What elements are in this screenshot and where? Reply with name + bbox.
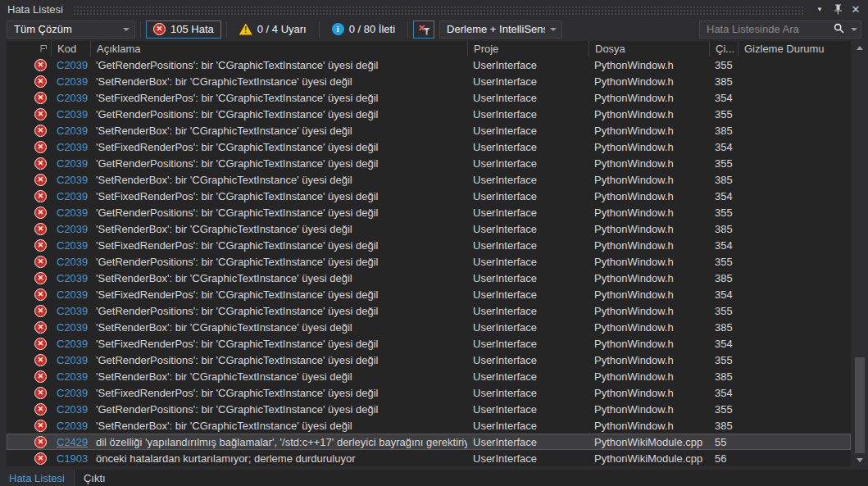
source-dropdown-value: Derleme + IntelliSense bbox=[447, 23, 545, 35]
error-code-link[interactable]: C2039 bbox=[57, 125, 88, 137]
error-code-link[interactable]: C2039 bbox=[57, 420, 88, 432]
error-code-link[interactable]: C2039 bbox=[57, 354, 88, 366]
messages-filter-button[interactable]: i 0 / 80 İleti bbox=[325, 20, 402, 39]
table-row[interactable]: ✕C2039'GetRenderPositions': bir 'CGraphi… bbox=[7, 204, 851, 220]
error-code-link[interactable]: C2039 bbox=[57, 190, 88, 202]
window-position-icon[interactable]: ▼ bbox=[812, 2, 827, 16]
error-description: 'SetRenderBox': bir 'CGraphicTextInstanc… bbox=[90, 321, 467, 334]
error-code-link[interactable]: C2039 bbox=[57, 403, 88, 416]
error-code-link[interactable]: C2039 bbox=[57, 387, 88, 399]
error-icon: ✕ bbox=[34, 125, 47, 137]
search-options-chevron-icon[interactable] bbox=[851, 28, 857, 31]
clear-filters-button[interactable]: ✕ bbox=[413, 20, 434, 39]
table-row[interactable]: ✕C2039'GetRenderPositions': bir 'CGraphi… bbox=[7, 253, 851, 270]
table-row[interactable]: ✕C1903önceki hatalardan kurtarılamıyor; … bbox=[7, 450, 851, 466]
error-code-link[interactable]: C2039 bbox=[57, 157, 88, 170]
warnings-filter-button[interactable]: ! 0 / 4 Uyarı bbox=[232, 20, 314, 39]
error-line: 355 bbox=[709, 59, 738, 71]
table-row[interactable]: ✕C2039'SetRenderBox': bir 'CGraphicTextI… bbox=[7, 122, 851, 139]
search-icon[interactable] bbox=[834, 23, 844, 36]
error-code-link[interactable]: C2039 bbox=[57, 92, 88, 104]
table-row[interactable]: ✕C2039'SetRenderBox': bir 'CGraphicTextI… bbox=[7, 319, 851, 335]
vertical-scrollbar[interactable] bbox=[853, 41, 866, 466]
column-suppression[interactable]: Gizleme Durumu bbox=[738, 41, 851, 57]
error-code-link[interactable]: C2039 bbox=[57, 370, 88, 383]
titlebar-grip[interactable] bbox=[73, 6, 804, 15]
error-code-link[interactable]: C2039 bbox=[57, 305, 88, 317]
tab-cikti[interactable]: Çıktı bbox=[74, 470, 115, 486]
column-description[interactable]: Açıklama bbox=[90, 41, 467, 57]
error-description: dil özelliği 'yapılandırılmış bağlamalar… bbox=[90, 436, 467, 448]
error-project: UserInterface bbox=[467, 354, 589, 366]
error-description: 'GetRenderPositions': bir 'CGraphicTextI… bbox=[90, 256, 467, 268]
error-file: PythonWindow.h bbox=[589, 75, 709, 88]
error-file: PythonWindow.h bbox=[589, 207, 709, 219]
error-icon: ✕ bbox=[34, 354, 47, 366]
error-code-link[interactable]: C2429 bbox=[57, 436, 88, 448]
error-code-link[interactable]: C2039 bbox=[57, 338, 88, 350]
error-project: UserInterface bbox=[467, 272, 589, 284]
scroll-up-icon[interactable] bbox=[853, 41, 866, 54]
error-code-link[interactable]: C1903 bbox=[57, 452, 88, 465]
error-code-link[interactable]: C2039 bbox=[57, 256, 88, 268]
error-rows: ✕C2039'GetRenderPositions': bir 'CGraphi… bbox=[7, 57, 851, 466]
error-file: PythonWindow.h bbox=[589, 403, 709, 416]
panel-title: Hata Listesi bbox=[7, 3, 63, 16]
table-row[interactable]: ✕C2039'SetRenderBox': bir 'CGraphicTextI… bbox=[7, 73, 851, 89]
close-icon[interactable]: ✕ bbox=[848, 2, 863, 16]
error-line: 55 bbox=[709, 436, 738, 448]
table-row[interactable]: ✕C2039'GetRenderPositions': bir 'CGraphi… bbox=[7, 57, 851, 73]
table-row[interactable]: ✕C2039'SetRenderBox': bir 'CGraphicTextI… bbox=[7, 171, 851, 188]
table-row[interactable]: ✕C2039'GetRenderPositions': bir 'CGraphi… bbox=[7, 401, 851, 417]
column-file[interactable]: Dosya bbox=[589, 41, 709, 57]
error-description: 'SetFixedRenderPos': bir 'CGraphicTextIn… bbox=[90, 288, 467, 301]
error-code-link[interactable]: C2039 bbox=[57, 207, 88, 219]
source-dropdown[interactable]: Derleme + IntelliSense bbox=[439, 20, 562, 39]
error-line: 385 bbox=[709, 125, 738, 137]
error-code-link[interactable]: C2039 bbox=[57, 174, 88, 186]
search-input[interactable] bbox=[707, 23, 832, 35]
table-row[interactable]: ✕C2039'SetFixedRenderPos': bir 'CGraphic… bbox=[7, 237, 851, 253]
table-row[interactable]: ✕C2039'SetFixedRenderPos': bir 'CGraphic… bbox=[7, 188, 851, 204]
table-row[interactable]: ✕C2039'SetFixedRenderPos': bir 'CGraphic… bbox=[7, 335, 851, 352]
table-row[interactable]: ✕C2039'SetRenderBox': bir 'CGraphicTextI… bbox=[7, 220, 851, 237]
column-line[interactable]: Çi... bbox=[709, 41, 738, 57]
table-row[interactable]: ✕C2039'GetRenderPositions': bir 'CGraphi… bbox=[7, 302, 851, 319]
error-code-link[interactable]: C2039 bbox=[57, 321, 88, 334]
scope-dropdown[interactable]: Tüm Çözüm bbox=[7, 20, 135, 39]
column-severity[interactable] bbox=[7, 41, 51, 57]
error-code-link[interactable]: C2039 bbox=[57, 141, 88, 153]
table-row[interactable]: ✕C2039'SetFixedRenderPos': bir 'CGraphic… bbox=[7, 286, 851, 302]
table-row[interactable]: ✕C2039'GetRenderPositions': bir 'CGraphi… bbox=[7, 155, 851, 171]
error-code-link[interactable]: C2039 bbox=[57, 75, 88, 88]
error-description: 'GetRenderPositions': bir 'CGraphicTextI… bbox=[90, 207, 467, 219]
column-project[interactable]: Proje bbox=[467, 41, 589, 57]
table-row[interactable]: ✕C2039'SetRenderBox': bir 'CGraphicTextI… bbox=[7, 417, 851, 434]
error-project: UserInterface bbox=[467, 288, 589, 301]
table-row[interactable]: ✕C2039'GetRenderPositions': bir 'CGraphi… bbox=[7, 352, 851, 368]
toolbar-separator bbox=[319, 21, 320, 38]
errors-filter-button[interactable]: ✕ 105 Hata bbox=[146, 20, 221, 39]
error-code-link[interactable]: C2039 bbox=[57, 272, 88, 284]
error-code-link[interactable]: C2039 bbox=[57, 239, 88, 252]
scroll-down-icon[interactable] bbox=[853, 453, 866, 466]
scrollbar-thumb[interactable] bbox=[855, 357, 865, 453]
error-project: UserInterface bbox=[467, 92, 589, 104]
table-row[interactable]: ✕C2039'SetFixedRenderPos': bir 'CGraphic… bbox=[7, 384, 851, 401]
error-code-link[interactable]: C2039 bbox=[57, 108, 88, 120]
table-row[interactable]: ✕C2039'SetFixedRenderPos': bir 'CGraphic… bbox=[7, 139, 851, 155]
pin-icon[interactable] bbox=[830, 2, 845, 16]
error-code-link[interactable]: C2039 bbox=[57, 288, 88, 301]
bottom-tabbar: Hata Listesi Çıktı bbox=[0, 468, 868, 486]
column-code[interactable]: Kod bbox=[51, 41, 90, 57]
table-row[interactable]: ✕C2039'GetRenderPositions': bir 'CGraphi… bbox=[7, 106, 851, 122]
error-code-link[interactable]: C2039 bbox=[57, 223, 88, 235]
error-code-link[interactable]: C2039 bbox=[57, 59, 88, 71]
error-project: UserInterface bbox=[467, 157, 589, 170]
table-row[interactable]: ✕C2039'SetRenderBox': bir 'CGraphicTextI… bbox=[7, 368, 851, 384]
tab-hata-listesi[interactable]: Hata Listesi bbox=[0, 470, 74, 486]
table-row[interactable]: ✕C2039'SetRenderBox': bir 'CGraphicTextI… bbox=[7, 270, 851, 286]
error-project: UserInterface bbox=[467, 387, 589, 399]
table-row[interactable]: ✕C2039'SetFixedRenderPos': bir 'CGraphic… bbox=[7, 89, 851, 106]
table-row[interactable]: ✕C2429dil özelliği 'yapılandırılmış bağl… bbox=[7, 434, 851, 450]
